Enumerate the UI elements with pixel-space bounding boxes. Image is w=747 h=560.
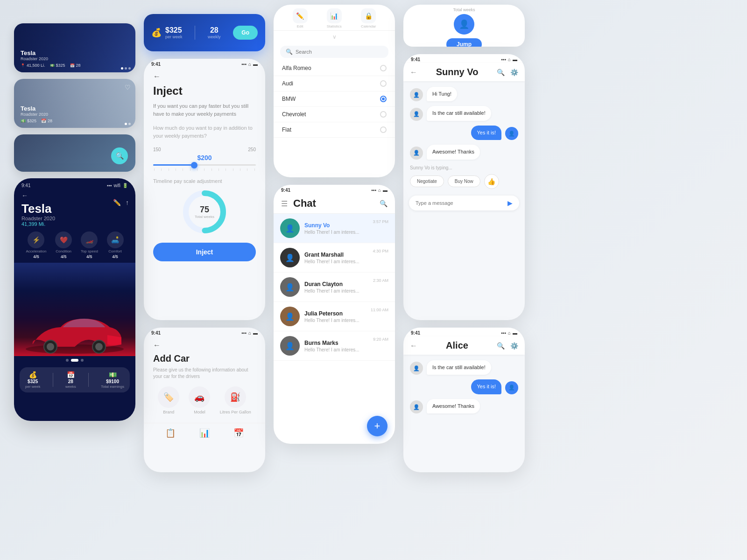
addcar-battery: ▬ [253,330,258,336]
addcar-status-icons: ▪▪▪ ⌂ ▬ [241,330,258,336]
card-dots-2 [125,123,131,125]
bti-edit-icon: ✏️ [293,8,308,23]
chat-item-julia[interactable]: 👤 Julia Peterson Hello There! I am inter… [274,302,395,331]
inject-wifi: ⌂ [248,62,251,67]
bti-edit[interactable]: ✏️ Edit [293,8,308,28]
speed-icon: 🏎️ [81,231,98,248]
chat-header-icons: 🔍 [380,200,388,207]
detail-back-button[interactable]: ← [410,68,417,77]
car-card-2[interactable]: Tesla Roadster 2020 💵 $325 📅 28 ♡ [14,79,135,128]
radio-fiat[interactable] [380,126,387,133]
bti-stats[interactable]: 📊 Statistics [327,8,342,28]
tbb-price-icon: 💰 [29,371,37,378]
addcar-content: ← Add Car Please give us the following i… [144,336,265,419]
share-icon[interactable]: ↑ [126,199,129,206]
brand-item-fiat[interactable]: Fiat [274,122,395,138]
brand-item-chevrolet[interactable]: Chevrolet [274,107,395,122]
donut-chart: 75 Total weeks [181,189,228,235]
tbb-price: 💰 $325 per week [25,371,40,389]
slider-labels: 150 250 [153,147,256,152]
nav-icon-2[interactable]: 📊 [199,428,210,438]
message-input-bar: ▶ [409,196,519,210]
tbb-div-1 [53,373,53,387]
edit-icon[interactable]: ✏️ [113,199,121,206]
tbb-weeks-icon: 📅 [67,371,75,378]
brand-item-audi[interactable]: Audi [274,76,395,91]
alice-msg-row-1: 👤 Is the car still available! [410,360,518,375]
addcar-gas-item[interactable]: ⛽ Litres Per Gallon [220,386,251,414]
chat-header: ☰ Chat 🔍 [274,194,395,214]
send-icon[interactable]: ▶ [507,199,513,207]
car-card-3[interactable]: 🔍 [14,134,135,172]
dot-3 [128,67,131,70]
payment-weeks: 28 weekly [208,26,221,39]
chat-item-sunny[interactable]: 👤 Sunny Vo Hello There! I am interes... … [274,214,395,243]
chat-item-burns[interactable]: 👤 Burns Marks Hello There! I am interes.… [274,331,395,361]
nav-icon-3[interactable]: 📅 [233,428,244,438]
msg-bubble-1: Hi Tung! [427,87,457,101]
top-card-avatar: 👤 [454,14,474,35]
slider-thumb[interactable] [191,162,197,168]
slider-ticks [153,168,256,171]
heart-icon[interactable]: ♡ [125,84,131,91]
radio-alfa[interactable] [380,65,387,71]
brand-item-bmw[interactable]: BMW [274,91,395,107]
chat-fab-button[interactable]: + [367,416,388,436]
avatar-burns: 👤 [280,336,300,356]
inject-back[interactable]: ← [153,72,256,81]
addcar-bottom-nav: 📋 📊 📅 [144,423,265,443]
donut-sub: Total weeks [195,215,214,219]
detail-signal: ▪▪▪ [501,57,506,62]
radio-audi[interactable] [380,80,387,87]
inject-button[interactable]: Inject [153,243,256,261]
chat-search-icon[interactable]: 🔍 [380,200,388,207]
alice-search-icon[interactable]: 🔍 [497,342,505,350]
donut-value: 75 [200,205,209,215]
detail-settings-icon[interactable]: ⚙️ [510,69,518,76]
message-input[interactable] [416,200,507,206]
go-button[interactable]: Go [233,26,258,40]
chat-time-burns: 9:20 AM [373,337,388,342]
alice-back-button[interactable]: ← [410,342,417,350]
detail-search-icon[interactable]: 🔍 [497,69,505,76]
brand-item-alfa[interactable]: Alfa Romeo [274,61,395,76]
car-card-1[interactable]: Tesla Roadster 2020 📍 41,500 Li. 💵 $325 … [14,23,135,72]
alice-settings-icon[interactable]: ⚙️ [510,342,518,350]
addcar-time: 9:41 [151,330,161,336]
chat-item-grant[interactable]: 👤 Grant Marshall Hello There! I am inter… [274,243,395,273]
slider-track[interactable] [153,164,256,166]
comfort-icon: 🛋️ [107,231,124,248]
action-buttons-row: Negotiate Buy Now 👍 [403,170,525,193]
radio-chevrolet[interactable] [380,111,387,118]
hamburger-icon[interactable]: ☰ [281,199,288,208]
addcar-model-item[interactable]: 🚗 Model [189,386,210,414]
stat-acceleration: ⚡ Acceleration 4/5 [26,231,46,259]
detail-wifi: ⌂ [508,57,511,62]
inject-phone: 9:41 ▪▪▪ ⌂ ▬ ← Inject If you want you ca… [144,59,265,320]
thumb-up-button[interactable]: 👍 [484,174,499,189]
brand-search-input[interactable] [296,49,383,55]
car-price-1: 💵 $325 [50,63,65,68]
addcar-brand-item[interactable]: 🏷️ Brand [158,386,179,414]
jump-button[interactable]: Jump [446,38,482,47]
addcar-back[interactable]: ← [153,341,256,350]
tesla-stats-row: ⚡ Acceleration 4/5 ❤️ Condition 4/5 🏎️ T… [14,228,135,263]
stat-top-speed: 🏎️ Top speed 4/5 [81,231,98,259]
chat-signal: ▪▪▪ [371,188,376,193]
negotiate-button[interactable]: Negotiate [410,175,444,187]
buy-now-button[interactable]: Buy Now [448,175,480,187]
top-partial-phone: Total weeks 👤 Jump [403,5,525,47]
car-card-overlay-2: Tesla Roadster 2020 💵 $325 📅 28 [14,79,135,128]
alice-msg-bubble-3: Awesome! Thanks [427,399,480,413]
nav-icon-1[interactable]: 📋 [165,428,176,438]
brand-name-fiat: Fiat [282,126,291,133]
brand-search-bar[interactable]: 🔍 [280,46,388,58]
alice-status-bar: 9:41 ▪▪▪ ⌂ ▬ [403,328,525,336]
alice-time: 9:41 [411,330,420,336]
search-fab[interactable]: 🔍 [111,147,128,164]
chat-item-duran[interactable]: 👤 Duran Clayton Hello There! I am intere… [274,273,395,302]
bti-lock[interactable]: 🔒 Calendar [361,8,376,28]
radio-bmw[interactable] [380,96,387,102]
addcar-status-bar: 9:41 ▪▪▪ ⌂ ▬ [144,328,265,336]
alice-status-icons: ▪▪▪ ⌂ ▬ [501,330,517,336]
